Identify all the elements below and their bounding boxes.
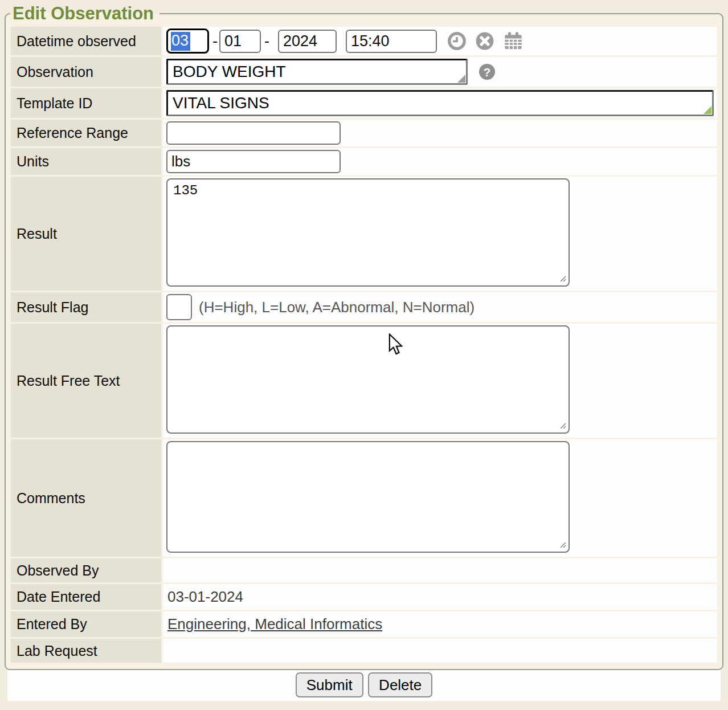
month-value: 03 <box>171 32 190 51</box>
entered-by-link[interactable]: Engineering, Medical Informatics <box>167 615 382 633</box>
row-result-free-text: Result Free Text <box>11 324 717 438</box>
day-input[interactable] <box>219 30 261 53</box>
help-icon[interactable]: ? <box>478 63 496 81</box>
date-entered-label: Date Entered <box>11 584 161 610</box>
row-entered-by: Entered By Engineering, Medical Informat… <box>11 611 717 637</box>
date-separator: - <box>264 32 269 50</box>
submit-button[interactable]: Submit <box>296 672 363 697</box>
row-observed-by: Observed By <box>11 558 717 582</box>
row-date-entered: Date Entered 03-01-2024 <box>11 584 717 610</box>
year-input[interactable] <box>278 30 337 53</box>
reference-range-label: Reference Range <box>11 120 161 146</box>
result-label: Result <box>11 177 161 291</box>
result-free-text-label: Result Free Text <box>11 324 161 438</box>
comments-label: Comments <box>11 439 161 557</box>
row-units: Units <box>11 148 717 175</box>
resize-grip-icon[interactable] <box>558 421 567 430</box>
template-id-value: VITAL SIGNS <box>173 94 269 112</box>
result-flag-hint: (H=High, L=Low, A=Abnormal, N=Normal) <box>199 299 475 316</box>
template-id-label: Template ID <box>11 88 161 118</box>
calendar-icon[interactable] <box>503 31 523 51</box>
clear-icon[interactable] <box>475 31 494 51</box>
result-textarea[interactable] <box>166 178 570 287</box>
observed-by-label: Observed By <box>11 558 161 582</box>
result-free-text-textarea[interactable] <box>166 325 570 434</box>
lab-request-label: Lab Request <box>11 639 161 663</box>
observed-by-value <box>166 560 714 581</box>
svg-text:?: ? <box>484 66 491 79</box>
row-comments: Comments <box>11 439 717 557</box>
button-bar: Submit Delete <box>7 670 721 701</box>
row-datetime-observed: Datetime observed 03 - - <box>11 27 717 55</box>
comments-textarea[interactable] <box>166 441 570 553</box>
row-observation: Observation BODY WEIGHT ? <box>11 57 717 87</box>
template-id-input[interactable]: VITAL SIGNS <box>166 90 714 116</box>
reference-range-input[interactable] <box>166 121 341 145</box>
resize-grip-icon[interactable] <box>558 274 567 283</box>
resize-grip-icon[interactable] <box>558 540 567 549</box>
page-title: Edit Observation <box>10 3 159 24</box>
units-label: Units <box>11 148 161 175</box>
resize-grip-icon[interactable] <box>704 106 711 114</box>
observation-form-table: Datetime observed 03 - - <box>9 25 719 664</box>
result-flag-label: Result Flag <box>11 292 161 322</box>
month-input[interactable]: 03 <box>166 28 209 54</box>
lab-request-value <box>166 640 714 661</box>
time-input[interactable] <box>346 30 437 53</box>
row-reference-range: Reference Range <box>11 120 717 146</box>
row-lab-request: Lab Request <box>11 639 717 663</box>
delete-button[interactable]: Delete <box>368 672 432 697</box>
edit-observation-panel: Edit Observation Datetime observed 03 - … <box>5 3 723 670</box>
resize-grip-icon[interactable] <box>457 75 465 83</box>
units-input[interactable] <box>166 150 341 173</box>
observation-value: BODY WEIGHT <box>173 63 286 81</box>
datetime-observed-label: Datetime observed <box>11 27 161 55</box>
observation-label: Observation <box>11 57 161 87</box>
observation-input[interactable]: BODY WEIGHT <box>166 59 468 85</box>
date-separator: - <box>212 32 218 50</box>
entered-by-label: Entered By <box>11 611 161 637</box>
row-result: Result <box>11 177 717 291</box>
result-flag-input[interactable] <box>166 294 192 320</box>
row-template-id: Template ID VITAL SIGNS <box>11 88 717 118</box>
date-entered-value: 03-01-2024 <box>166 586 714 608</box>
clock-icon[interactable] <box>447 31 467 51</box>
row-result-flag: Result Flag (H=High, L=Low, A=Abnormal, … <box>11 292 717 322</box>
